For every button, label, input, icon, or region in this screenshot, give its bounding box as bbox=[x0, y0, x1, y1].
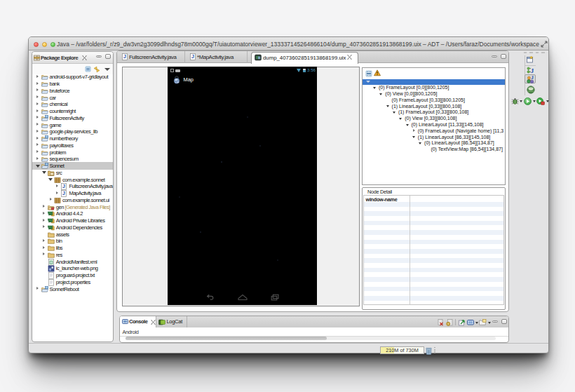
svg-text:J: J bbox=[531, 67, 534, 74]
svg-text:J: J bbox=[62, 191, 65, 196]
svg-text:J: J bbox=[531, 76, 534, 81]
svg-text:J: J bbox=[123, 54, 126, 59]
svg-text:J: J bbox=[62, 184, 65, 189]
svg-text:J: J bbox=[191, 54, 194, 59]
